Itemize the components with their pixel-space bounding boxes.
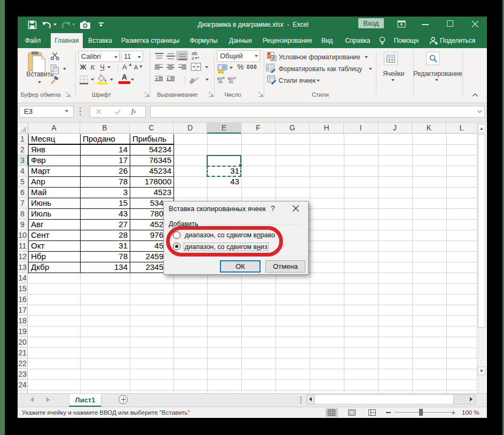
svg-text:.00: .00	[217, 80, 223, 83]
svg-text:.00: .00	[228, 80, 233, 83]
svg-text:c: c	[192, 55, 194, 60]
